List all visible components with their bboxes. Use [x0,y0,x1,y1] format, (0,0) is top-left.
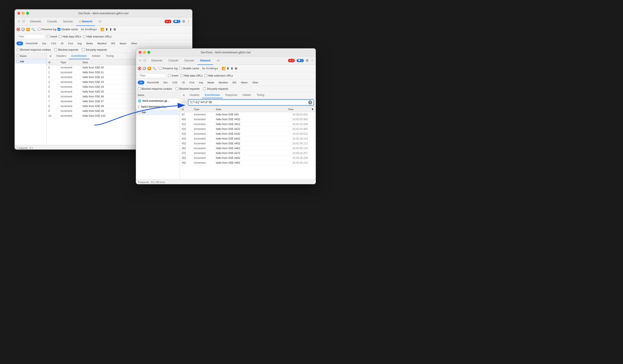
device-icon-1[interactable]: ☐ [21,19,26,24]
third-party-requests-checkbox-1[interactable] [82,48,85,51]
table-row[interactable]: 472incrementhello from SSE #47216:43:16.… [180,151,316,156]
search-clear-btn-2[interactable]: ✕ [308,101,312,104]
filter-input-2[interactable] [138,73,166,78]
third-party-requests-checkbox-2[interactable] [203,87,206,90]
inspect-icon-1[interactable]: ⌗ [17,19,21,24]
panel-tab-response-2[interactable]: Response [223,92,240,98]
preserve-log-label-1[interactable]: Preserve log [38,28,56,31]
panel-tab-initiator-1[interactable]: Initiator [89,53,103,59]
type-doc-1[interactable]: Doc [40,41,48,45]
type-fetchxhr-1[interactable]: Fetch/XHR [24,41,40,45]
type-wasm-2[interactable]: Wasm [239,81,250,84]
invert-label-2[interactable]: Invert [168,74,178,77]
list-item[interactable]: {} topics-taxonomy-v1.j... [136,104,180,109]
table-row[interactable]: 422incrementhello from SSE #42216:42:25.… [180,127,316,131]
hide-ext-urls-label-1[interactable]: Hide extension URLs [83,35,111,38]
inspect-icon-2[interactable]: ⌗ [138,58,142,63]
more-icon-2[interactable]: ⋮ [311,58,314,62]
filter-icon-1[interactable]: 🔽 [26,28,30,31]
type-manifest-1[interactable]: Manifest [95,41,109,45]
table-row[interactable]: 442incrementhello from SSE #44216:42:46.… [180,136,316,141]
clear-icon-1[interactable] [21,28,25,31]
export-icon-1[interactable]: ⬇ [110,28,112,31]
type-other-2[interactable]: Other [250,81,260,84]
type-all-2[interactable]: All [138,81,144,84]
tab-console-2[interactable]: Console [166,58,181,63]
preserve-log-checkbox-2[interactable] [159,67,162,70]
sse-checkbox-2[interactable] [138,111,140,114]
type-js-2[interactable]: JS [180,81,187,84]
more-icon-1[interactable]: ⋮ [187,19,190,23]
close-button-1[interactable] [17,12,20,15]
search-input-2[interactable] [190,101,307,104]
tab-more-1[interactable]: >> [96,19,104,24]
hide-ext-urls-checkbox-1[interactable] [83,35,86,38]
type-media-1[interactable]: Media [84,41,95,45]
disable-cache-checkbox-1[interactable] [58,28,60,31]
device-icon-2[interactable]: ☐ [143,58,147,63]
maximize-button-1[interactable] [26,12,29,15]
blocked-requests-label-2[interactable]: Blocked requests [176,87,200,90]
type-all-1[interactable]: All [17,41,23,45]
search-cancel-btn-2[interactable]: ⊘ [182,100,186,105]
maximize-button-2[interactable] [147,51,150,54]
table-row[interactable]: 492incrementhello from SSE #49216:43:36.… [180,160,316,165]
export-icon-2[interactable]: ⬇ [231,67,233,70]
table-row[interactable]: 42incrementhello from SSE #4216:36:03.65… [180,112,316,117]
type-css-1[interactable]: CSS [49,41,58,45]
type-media-2[interactable]: Media [205,81,216,84]
third-party-requests-label-2[interactable]: 3rd-party requests [203,87,228,90]
invert-checkbox-1[interactable] [47,35,50,38]
panel-tab-timing-2[interactable]: Timing [254,92,267,98]
type-js-1[interactable]: JS [59,41,66,45]
invert-label-1[interactable]: Invert [47,35,57,38]
settings-icon-1[interactable]: ⚙ [182,19,185,23]
hide-ext-urls-label-2[interactable]: Hide extension URLs [204,74,233,77]
type-img-2[interactable]: Img [197,81,205,84]
panel-close-2[interactable]: ✕ [181,92,187,98]
type-fetchxhr-2[interactable]: Fetch/XHR [145,81,161,84]
blocked-cookies-label-1[interactable]: Blocked response cookies [17,48,51,51]
filter-input-1[interactable] [17,34,45,39]
throttle-select-2[interactable]: No throttling ▾ [200,66,220,71]
type-ws-2[interactable]: WS [230,81,238,84]
panel-close-1[interactable]: ✕ [47,53,54,59]
disable-cache-label-2[interactable]: Disable cache [179,67,199,70]
table-row[interactable]: 452incrementhello from SSE #45216:42:56.… [180,141,316,146]
tab-network-1[interactable]: ⚠Network [76,19,95,24]
hide-data-urls-checkbox-1[interactable] [59,35,62,38]
select-all-checkbox-1[interactable] [17,55,19,57]
tab-sources-2[interactable]: Sources [182,58,197,63]
type-doc-2[interactable]: Doc [161,81,170,84]
table-row[interactable]: 462incrementhello from SSE #46216:43:06.… [180,146,316,151]
settings-network-icon-1[interactable]: ⚙ [113,28,116,31]
type-manifest-2[interactable]: Manifest [217,81,230,84]
settings-icon-2[interactable]: ⚙ [306,58,309,62]
disable-cache-checkbox-2[interactable] [179,67,182,70]
tab-network-2[interactable]: Network [198,58,213,63]
tab-elements-1[interactable]: Elements [27,19,44,24]
blocked-cookies-label-2[interactable]: Blocked response cookies [138,87,172,90]
panel-tab-headers-1[interactable]: Headers [54,53,69,59]
sse-list-item-2[interactable]: sse [136,109,180,115]
type-ws-1[interactable]: WS [109,41,117,45]
tab-more-2[interactable]: >> [214,58,222,63]
blocked-requests-label-1[interactable]: Blocked requests [54,48,78,51]
stop-recording-icon-1[interactable] [17,28,20,31]
preserve-log-label-2[interactable]: Preserve log [159,67,178,70]
search-icon-2[interactable]: 🔍 [153,67,156,70]
list-item[interactable]: 🌐 fetch-eventstream.gli... [136,98,180,104]
disable-cache-label-1[interactable]: Disable cache [58,28,78,31]
clear-icon-2[interactable] [143,67,146,70]
type-css-2[interactable]: CSS [171,81,179,84]
table-row[interactable]: 402incrementhello from SSE #40216:42:05.… [180,117,316,122]
panel-tab-timing-1[interactable]: Timing [103,53,116,59]
throttle-select-1[interactable]: No throttling ▾ [79,27,98,32]
tab-elements-2[interactable]: Elements [149,58,165,63]
table-row[interactable]: 432incrementhello from SSE #43216:42:36.… [180,131,316,136]
type-img-1[interactable]: Img [76,41,84,45]
filter-icon-2[interactable]: 🔽 [147,67,151,70]
minimize-button-1[interactable] [22,12,25,15]
type-font-2[interactable]: Font [187,81,196,84]
hide-data-urls-label-1[interactable]: Hide data URLs [59,35,81,38]
